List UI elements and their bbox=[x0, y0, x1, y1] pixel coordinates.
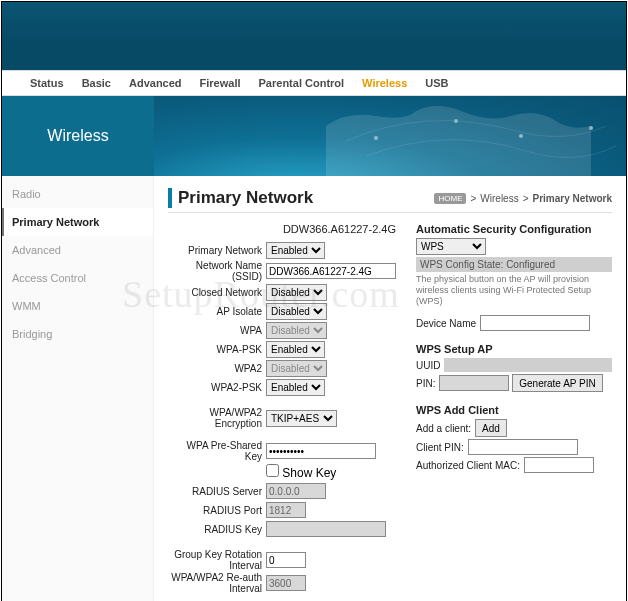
primary-network-label: Primary Network bbox=[168, 245, 266, 256]
asc-heading: Automatic Security Configuration bbox=[416, 223, 612, 235]
hero-background bbox=[154, 96, 626, 176]
device-name-label: Device Name bbox=[416, 318, 476, 329]
authorized-mac-label: Authorized Client MAC: bbox=[416, 460, 520, 471]
ssid-label: Network Name (SSID) bbox=[168, 260, 266, 282]
psk-input[interactable] bbox=[266, 443, 376, 459]
hero-title-box: Wireless bbox=[2, 96, 154, 176]
wpa2-psk-select[interactable]: Enabled bbox=[266, 379, 325, 396]
generate-pin-button[interactable]: Generate AP PIN bbox=[512, 374, 603, 392]
svg-point-2 bbox=[519, 134, 523, 138]
nav-basic[interactable]: Basic bbox=[82, 77, 111, 89]
sidebar-access-control[interactable]: Access Control bbox=[2, 264, 153, 292]
uuid-value bbox=[444, 358, 612, 372]
add-client-button[interactable]: Add bbox=[475, 419, 507, 437]
group-key-rotation-input[interactable] bbox=[266, 552, 306, 568]
svg-point-3 bbox=[589, 126, 593, 130]
svg-point-0 bbox=[374, 136, 378, 140]
asc-helper-text: The physical button on the AP will provi… bbox=[416, 274, 612, 307]
wpa2-psk-label: WPA2-PSK bbox=[168, 382, 266, 393]
encryption-label: WPA/WPA2 Encryption bbox=[168, 407, 266, 429]
radius-server-input[interactable] bbox=[266, 483, 326, 499]
nav-parental-control[interactable]: Parental Control bbox=[259, 77, 345, 89]
client-pin-input[interactable] bbox=[468, 439, 578, 455]
sidebar-primary-network[interactable]: Primary Network bbox=[2, 208, 153, 236]
nav-firewall[interactable]: Firewall bbox=[200, 77, 241, 89]
asc-mode-select[interactable]: WPS bbox=[416, 238, 486, 255]
asc-status: WPS Config State: Configured bbox=[416, 257, 612, 272]
show-key-checkbox[interactable] bbox=[266, 464, 279, 477]
breadcrumb-wireless[interactable]: Wireless bbox=[480, 193, 518, 204]
encryption-select[interactable]: TKIP+AES bbox=[266, 410, 337, 427]
sidebar: Radio Primary Network Advanced Access Co… bbox=[2, 176, 154, 601]
wpa-select[interactable]: Disabled bbox=[266, 322, 327, 339]
closed-network-label: Closed Network bbox=[168, 287, 266, 298]
nav-usb[interactable]: USB bbox=[425, 77, 448, 89]
uuid-label: UUID bbox=[416, 360, 440, 371]
radius-port-input[interactable] bbox=[266, 502, 306, 518]
pin-input[interactable] bbox=[439, 375, 509, 391]
wpa-label: WPA bbox=[168, 325, 266, 336]
nav-wireless[interactable]: Wireless bbox=[362, 77, 407, 89]
radius-port-label: RADIUS Port bbox=[168, 505, 266, 516]
breadcrumb: HOME > Wireless > Primary Network bbox=[434, 193, 612, 204]
sidebar-advanced[interactable]: Advanced bbox=[2, 236, 153, 264]
top-banner bbox=[2, 2, 626, 70]
breadcrumb-home[interactable]: HOME bbox=[434, 193, 466, 204]
ap-isolate-select[interactable]: Disabled bbox=[266, 303, 327, 320]
closed-network-select[interactable]: Disabled bbox=[266, 284, 327, 301]
show-key-label: Show Key bbox=[279, 466, 336, 480]
wpa-psk-select[interactable]: Enabled bbox=[266, 341, 325, 358]
main-content: Primary Network HOME > Wireless > Primar… bbox=[154, 176, 626, 601]
client-pin-label: Client PIN: bbox=[416, 442, 464, 453]
reauth-interval-input[interactable] bbox=[266, 575, 306, 591]
hero: Wireless bbox=[2, 96, 626, 176]
hero-title: Wireless bbox=[47, 127, 108, 145]
pin-label: PIN: bbox=[416, 378, 435, 389]
wpa2-select[interactable]: Disabled bbox=[266, 360, 327, 377]
radius-key-input[interactable] bbox=[266, 521, 386, 537]
radius-server-label: RADIUS Server bbox=[168, 486, 266, 497]
wpa2-label: WPA2 bbox=[168, 363, 266, 374]
primary-network-select[interactable]: Enabled bbox=[266, 242, 325, 259]
nav-status[interactable]: Status bbox=[30, 77, 64, 89]
authorized-mac-input[interactable] bbox=[524, 457, 594, 473]
add-client-label: Add a client: bbox=[416, 423, 471, 434]
ap-isolate-label: AP Isolate bbox=[168, 306, 266, 317]
sidebar-bridging[interactable]: Bridging bbox=[2, 320, 153, 348]
nav-advanced[interactable]: Advanced bbox=[129, 77, 182, 89]
device-name-input[interactable] bbox=[480, 315, 590, 331]
sidebar-radio[interactable]: Radio bbox=[2, 180, 153, 208]
wps-add-client-heading: WPS Add Client bbox=[416, 404, 612, 416]
radius-key-label: RADIUS Key bbox=[168, 524, 266, 535]
device-heading: DDW366.A61227-2.4G bbox=[168, 223, 398, 235]
psk-label: WPA Pre-Shared Key bbox=[168, 440, 266, 462]
wps-setup-heading: WPS Setup AP bbox=[416, 343, 612, 355]
main-nav: Status Basic Advanced Firewall Parental … bbox=[2, 70, 626, 96]
wpa-psk-label: WPA-PSK bbox=[168, 344, 266, 355]
svg-point-1 bbox=[454, 119, 458, 123]
breadcrumb-current: Primary Network bbox=[533, 193, 612, 204]
group-key-rotation-label: Group Key Rotation Interval bbox=[168, 549, 266, 571]
page-title: Primary Network bbox=[168, 188, 313, 208]
sidebar-wmm[interactable]: WMM bbox=[2, 292, 153, 320]
ssid-input[interactable] bbox=[266, 263, 396, 279]
reauth-interval-label: WPA/WPA2 Re-auth Interval bbox=[168, 572, 266, 594]
